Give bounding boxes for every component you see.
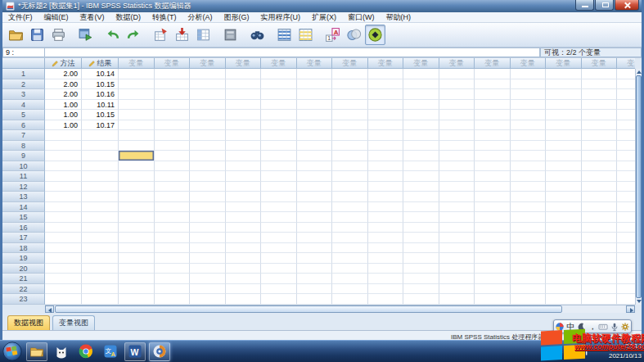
data-cell[interactable]	[190, 161, 226, 172]
data-cell[interactable]	[155, 79, 191, 90]
data-cell[interactable]	[546, 264, 582, 274]
data-cell[interactable]	[119, 233, 155, 243]
data-cell[interactable]	[297, 171, 333, 182]
data-cell[interactable]	[617, 274, 635, 284]
data-cell[interactable]	[297, 130, 333, 141]
data-cell[interactable]	[45, 253, 82, 264]
column-header-12[interactable]: 变量	[439, 58, 475, 69]
data-cell[interactable]	[297, 233, 333, 243]
menu-item-4[interactable]: 数据(D)	[110, 12, 147, 23]
data-cell[interactable]	[226, 294, 262, 305]
data-cell[interactable]	[475, 182, 511, 192]
data-cell[interactable]	[511, 161, 547, 172]
data-cell[interactable]	[617, 110, 635, 120]
data-cell[interactable]	[439, 79, 475, 90]
data-cell[interactable]	[297, 243, 333, 254]
data-cell[interactable]	[226, 182, 262, 192]
data-cell[interactable]	[226, 243, 262, 254]
data-cell[interactable]	[155, 264, 191, 274]
data-cell[interactable]	[511, 130, 547, 141]
data-cell[interactable]	[226, 192, 262, 202]
data-cell[interactable]	[261, 192, 297, 202]
row-header-19[interactable]: 19	[2, 253, 45, 264]
show-all-variables-icon[interactable]	[365, 25, 385, 45]
data-cell[interactable]	[297, 69, 333, 79]
split-file-icon[interactable]	[274, 25, 295, 45]
data-cell[interactable]	[546, 151, 582, 161]
data-cell[interactable]	[475, 243, 511, 254]
insert-cases-icon[interactable]	[220, 25, 241, 45]
data-cell[interactable]: 2.00	[45, 89, 82, 100]
data-cell[interactable]	[45, 130, 82, 141]
data-cell[interactable]	[511, 69, 547, 79]
data-cell[interactable]	[82, 161, 119, 172]
row-header-8[interactable]: 8	[2, 141, 45, 152]
data-cell[interactable]	[511, 264, 547, 274]
data-cell[interactable]	[155, 233, 191, 243]
data-cell[interactable]	[475, 192, 511, 202]
data-cell[interactable]	[475, 274, 511, 284]
data-cell[interactable]	[475, 130, 511, 141]
data-cell[interactable]	[155, 243, 191, 254]
data-cell[interactable]	[190, 151, 226, 161]
data-cell[interactable]	[511, 100, 547, 111]
data-cell[interactable]	[82, 253, 119, 264]
data-cell[interactable]	[297, 253, 333, 264]
data-cell[interactable]	[332, 161, 368, 172]
data-cell[interactable]	[45, 294, 82, 305]
use-variable-sets-icon[interactable]	[344, 25, 364, 45]
data-cell[interactable]	[119, 212, 155, 223]
data-cell[interactable]	[119, 141, 155, 152]
data-cell[interactable]	[332, 69, 368, 79]
data-cell[interactable]: 10.11	[82, 100, 119, 111]
data-cell[interactable]	[403, 79, 439, 90]
data-cell[interactable]	[439, 130, 475, 141]
row-header-17[interactable]: 17	[2, 233, 45, 243]
taskbar-chrome-icon[interactable]	[75, 342, 97, 361]
data-cell[interactable]	[226, 100, 262, 111]
data-cell[interactable]	[403, 264, 439, 274]
data-cell[interactable]	[155, 294, 191, 305]
data-cell[interactable]	[582, 284, 618, 295]
data-cell[interactable]	[190, 212, 226, 223]
hidden-icons-arrow[interactable]	[540, 346, 551, 357]
column-header-11[interactable]: 变量	[403, 58, 439, 69]
data-cell[interactable]	[82, 212, 119, 223]
column-header-2[interactable]: 结果	[82, 58, 119, 69]
data-cell[interactable]	[475, 171, 511, 182]
row-header-3[interactable]: 3	[2, 89, 45, 100]
data-cell[interactable]: 1.00	[45, 120, 82, 131]
data-cell[interactable]	[261, 212, 297, 223]
data-cell[interactable]	[155, 212, 191, 223]
data-cell[interactable]	[475, 69, 511, 79]
data-cell[interactable]	[368, 151, 404, 161]
data-cell[interactable]	[261, 130, 297, 141]
data-cell[interactable]	[439, 212, 475, 223]
data-cell[interactable]	[511, 212, 547, 223]
data-cell[interactable]	[475, 100, 511, 111]
data-cell[interactable]	[403, 284, 439, 295]
menu-item-11[interactable]: 帮助(H)	[381, 12, 417, 23]
data-cell[interactable]	[155, 110, 191, 120]
data-cell[interactable]	[368, 100, 404, 111]
volume-tray-icon[interactable]	[566, 346, 577, 357]
data-cell[interactable]	[155, 130, 191, 141]
data-cell[interactable]	[368, 223, 404, 233]
data-cell[interactable]	[617, 171, 635, 182]
data-cell[interactable]	[190, 192, 226, 202]
data-cell[interactable]	[617, 223, 635, 233]
data-cell[interactable]	[261, 202, 297, 213]
data-cell[interactable]	[511, 89, 547, 100]
data-cell[interactable]	[546, 161, 582, 172]
data-cell[interactable]	[475, 212, 511, 223]
data-cell[interactable]	[297, 264, 333, 274]
data-cell[interactable]	[297, 100, 333, 111]
data-cell[interactable]	[226, 120, 262, 131]
data-cell[interactable]	[582, 223, 618, 233]
data-cell[interactable]	[119, 192, 155, 202]
data-cell[interactable]	[403, 69, 439, 79]
data-cell[interactable]	[439, 151, 475, 161]
data-cell[interactable]	[368, 120, 404, 131]
data-cell[interactable]	[511, 284, 547, 295]
data-cell[interactable]	[475, 264, 511, 274]
